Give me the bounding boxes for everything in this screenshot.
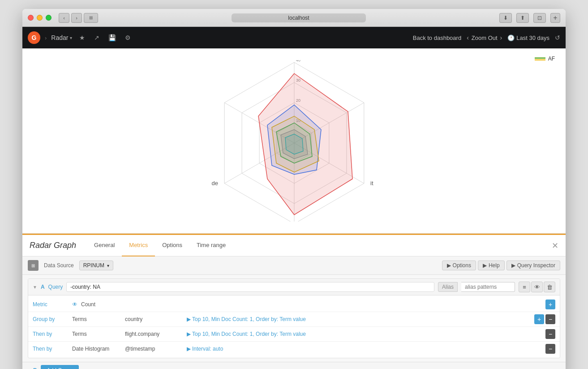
url-input[interactable]: localhost — [232, 13, 366, 22]
tab-time-range[interactable]: Time range — [189, 235, 233, 256]
legend-bar-yellow — [535, 59, 545, 61]
fullscreen-btn[interactable]: ⊡ — [533, 13, 546, 23]
thenby2-remove-btn[interactable]: − — [545, 344, 555, 354]
thenby2-label: Then by — [33, 346, 69, 352]
metric-row-buttons: + — [545, 300, 555, 309]
share-btn[interactable]: ⬆ — [516, 13, 529, 23]
svg-text:40: 40 — [296, 60, 300, 62]
thenby2-options-link[interactable]: ▶ Interval: auto — [187, 346, 223, 352]
new-tab-btn[interactable]: + — [550, 13, 560, 23]
editor-tabs: General Metrics Options Time range — [87, 235, 233, 256]
back-to-dashboard-btn[interactable]: Back to dashboard — [413, 35, 461, 41]
titlebar-actions: ⬇ ⬆ ⊡ + — [499, 13, 560, 23]
chart-area: AF — [22, 48, 566, 234]
dashboard-dropdown-arrow: ▾ — [70, 35, 72, 40]
thenby2-row-buttons: − — [545, 344, 555, 354]
zoom-out-label: Zoom Out — [472, 35, 498, 41]
query-inspector-btn[interactable]: ▶ Query Inspector — [506, 260, 560, 270]
datasource-select[interactable]: RPINUM ▾ — [79, 260, 113, 270]
titlebar: ‹ › ⊞ localhost ⬇ ⬆ ⊡ + — [22, 9, 566, 27]
toolbar-separator: › — [45, 35, 47, 41]
groupby-add-btn[interactable]: + — [534, 314, 544, 324]
metric-row-thenby2: Then by Date Histogram @timestamp ▶ Inte… — [28, 342, 560, 356]
query-inspector-label: Query Inspector — [517, 262, 555, 269]
close-panel-editor-btn[interactable]: ✕ — [552, 241, 558, 251]
options-btn[interactable]: ▶ Options — [442, 260, 476, 270]
datasource-right-buttons: ▶ Options ▶ Help ▶ Query Inspector — [442, 260, 560, 270]
thenby1-options-link[interactable]: ▶ Top 10, Min Doc Count: 1, Order by: Te… — [187, 331, 306, 337]
alias-label: Alias — [438, 282, 458, 292]
download-btn[interactable]: ⬇ — [499, 13, 512, 23]
toolbar-right: Back to dashboard ‹ Zoom Out › 🕐 Last 30… — [413, 34, 560, 41]
groupby-label: Group by — [33, 316, 69, 322]
app-toolbar: G › Radar ▾ ★ ↗ 💾 ⚙ Back to dashboard ‹ … — [22, 27, 566, 48]
metric-add-btn[interactable]: + — [545, 300, 555, 309]
thenby1-options-arrow: ▶ — [187, 331, 191, 337]
query-a-input[interactable] — [66, 282, 434, 292]
radar-chart-container: Companies it de 10 20 30 40 — [31, 56, 557, 226]
query-eye-btn[interactable]: 👁 — [531, 282, 543, 292]
datasource-bar: ⊞ Data Source RPINUM ▾ ▶ Options ▶ Help — [22, 256, 566, 275]
settings-btn[interactable]: ⚙ — [123, 33, 133, 42]
zoom-control: ‹ Zoom Out › — [467, 34, 502, 41]
help-label: Help — [489, 262, 500, 269]
window-controls — [28, 15, 52, 21]
grafana-logo-icon: G — [32, 34, 37, 41]
refresh-btn[interactable]: ↺ — [555, 34, 560, 41]
datasource-value: RPINUM — [83, 262, 104, 269]
tab-general[interactable]: General — [87, 235, 122, 256]
thenby2-type: Date Histogram — [72, 346, 121, 352]
legend-bar-green — [535, 57, 545, 59]
thenby1-label: Then by — [33, 331, 69, 337]
time-range-btn[interactable]: 🕐 Last 30 days — [507, 35, 549, 41]
query-inspector-arrow: ▶ — [511, 262, 515, 269]
add-query-btn[interactable]: Add Query — [41, 365, 79, 369]
groupby-options-arrow: ▶ — [187, 316, 191, 322]
options-arrow: ▶ — [447, 262, 451, 269]
datasource-dropdown-arrow: ▾ — [107, 263, 109, 268]
metric-row-count: Metric 👁 Count + — [28, 297, 560, 312]
query-action-buttons: ≡ 👁 🗑 — [519, 282, 555, 292]
help-arrow: ▶ — [483, 262, 487, 269]
nav-buttons: ‹ › ⊞ — [59, 13, 98, 23]
alias-input[interactable] — [461, 282, 515, 292]
toggle-sidebar-btn[interactable]: ⊞ — [84, 13, 98, 23]
options-label: Options — [453, 262, 471, 269]
groupby-field: country — [125, 316, 183, 322]
zoom-forward-btn[interactable]: › — [500, 34, 502, 41]
minimize-window-btn[interactable] — [37, 15, 43, 21]
groupby-row-buttons: + − — [534, 314, 555, 324]
dashboard-name-btn[interactable]: Radar ▾ — [51, 34, 72, 41]
forward-btn[interactable]: › — [71, 13, 82, 23]
metric-eye-icon[interactable]: 👁 — [72, 301, 77, 308]
thenby2-field: @timestamp — [125, 346, 183, 352]
tab-options[interactable]: Options — [155, 235, 189, 256]
star-btn[interactable]: ★ — [77, 33, 87, 42]
save-dashboard-btn[interactable]: 💾 — [107, 33, 118, 42]
query-a-section: ▼ A Query Alias ≡ 👁 🗑 Met — [28, 278, 560, 358]
radar-chart-svg: Companies it de 10 20 30 40 — [142, 60, 446, 221]
query-list-btn[interactable]: ≡ — [519, 282, 530, 292]
query-delete-btn[interactable]: 🗑 — [544, 282, 555, 292]
chart-legend: AF — [535, 56, 555, 62]
groupby-options-text: Top 10, Min Doc Count: 1, Order by: Term… — [192, 316, 306, 322]
metrics-rows: Metric 👁 Count + Group by Terms country — [28, 295, 560, 358]
datasource-icon: ⊞ — [28, 260, 39, 271]
groupby-options-link[interactable]: ▶ Top 10, Min Doc Count: 1, Order by: Te… — [187, 316, 306, 322]
legend-label: AF — [548, 56, 555, 62]
query-a-header: ▼ A Query Alias ≡ 👁 🗑 — [28, 279, 560, 295]
share-dashboard-btn[interactable]: ↗ — [92, 33, 101, 42]
help-btn[interactable]: ▶ Help — [478, 260, 505, 270]
zoom-back-btn[interactable]: ‹ — [467, 34, 469, 41]
maximize-window-btn[interactable] — [46, 15, 52, 21]
groupby-remove-btn[interactable]: − — [545, 314, 555, 324]
close-window-btn[interactable] — [28, 15, 34, 21]
grafana-logo[interactable]: G — [28, 31, 40, 44]
chart-left-label: de — [211, 180, 218, 187]
toolbar-icons: ★ ↗ 💾 ⚙ — [77, 33, 133, 42]
back-btn[interactable]: ‹ — [59, 13, 69, 23]
thenby1-remove-btn[interactable]: − — [545, 329, 555, 339]
metric-row-thenby1: Then by Terms flight.company ▶ Top 10, M… — [28, 327, 560, 342]
tab-metrics[interactable]: Metrics — [122, 235, 155, 256]
panel-editor-header: Radar Graph General Metrics Options Time… — [22, 235, 566, 256]
